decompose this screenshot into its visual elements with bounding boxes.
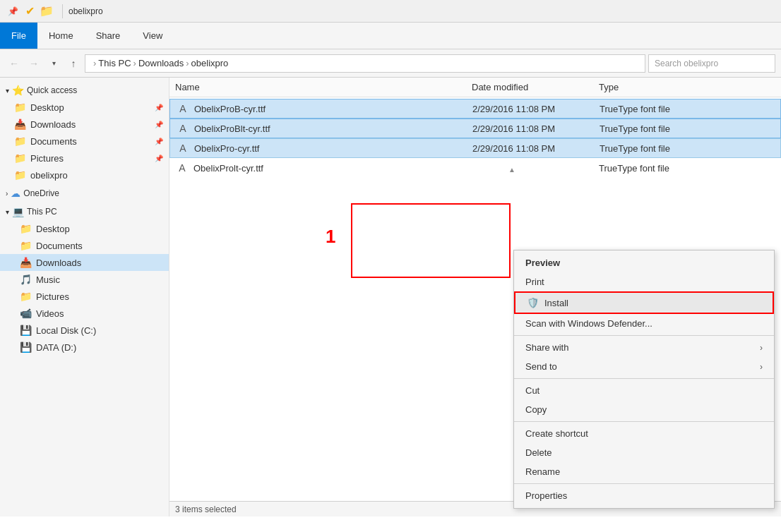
file-row-4[interactable]: A ObelixProlt-cyr.ttf TrueType font file bbox=[169, 158, 781, 178]
ctx-cut[interactable]: Cut bbox=[514, 381, 774, 400]
sidebar-label: Downloads bbox=[30, 119, 76, 130]
ctx-print-label: Print bbox=[525, 277, 544, 287]
sidebar-label: obelixpro bbox=[30, 170, 68, 181]
step1-red-box bbox=[351, 203, 511, 278]
ctx-divider2 bbox=[514, 378, 774, 379]
chevron-right-icon: › bbox=[6, 190, 8, 198]
sidebar-item-documents-pc[interactable]: 📁 Documents bbox=[0, 237, 169, 254]
tab-share[interactable]: Share bbox=[85, 23, 132, 49]
folder-icon7: 📁 bbox=[20, 291, 32, 302]
chevron-down-icon2: ▾ bbox=[6, 208, 9, 216]
file-list: A ObelixProB-cyr.ttf 2/29/2016 11:08 PM … bbox=[169, 97, 781, 179]
file-name-3: ObelixPro-cyr.ttf bbox=[194, 143, 472, 154]
folder-icon6: 📁 bbox=[20, 240, 32, 251]
pin-icon-small4: 📌 bbox=[155, 155, 163, 162]
sidebar-item-pictures-qa[interactable]: 📁 Pictures 📌 bbox=[0, 150, 169, 167]
ctx-sendto-label: Send to bbox=[525, 361, 557, 372]
file-name-2: ObelixProBlt-cyr.ttf bbox=[194, 123, 472, 134]
sidebar-item-data-pc[interactable]: 💾 DATA (D:) bbox=[0, 339, 169, 356]
ctx-print[interactable]: Print bbox=[514, 272, 774, 291]
shield-icon: 🛡️ bbox=[527, 297, 539, 308]
sidebar-label: Local Disk (C:) bbox=[36, 325, 96, 336]
ctx-rename[interactable]: Rename bbox=[514, 462, 774, 481]
file-name-4: ObelixProlt-cyr.ttf bbox=[193, 163, 472, 174]
path-arrow: › bbox=[93, 58, 96, 68]
star-icon: ⭐ bbox=[12, 85, 24, 96]
sidebar-item-desktop-pc[interactable]: 📁 Desktop bbox=[0, 220, 169, 237]
pin-icon-small2: 📌 bbox=[155, 121, 163, 128]
pin-icon-small: 📌 bbox=[155, 104, 163, 111]
sidebar-item-downloads-pc[interactable]: 📥 Downloads bbox=[0, 254, 169, 271]
file-row-3[interactable]: A ObelixPro-cyr.ttf 2/29/2016 11:08 PM T… bbox=[169, 138, 781, 158]
ctx-scan[interactable]: Scan with Windows Defender... bbox=[514, 314, 774, 333]
col-type-header[interactable]: Type bbox=[599, 82, 775, 92]
ctx-createshortcut[interactable]: Create shortcut bbox=[514, 424, 774, 443]
ctx-preview[interactable]: Preview bbox=[514, 253, 774, 272]
ctx-copy[interactable]: Copy bbox=[514, 400, 774, 419]
file-type-4: TrueType font file bbox=[599, 163, 775, 174]
ctx-createshortcut-label: Create shortcut bbox=[525, 428, 588, 439]
hdd-icon: 💾 bbox=[20, 325, 32, 336]
folder-icon4: 📁 bbox=[14, 169, 26, 181]
submenu-arrow2: › bbox=[760, 362, 763, 372]
ctx-install[interactable]: 🛡️ Install bbox=[515, 293, 773, 313]
file-row-1[interactable]: A ObelixProB-cyr.ttf 2/29/2016 11:08 PM … bbox=[169, 99, 781, 119]
back-button[interactable]: ← bbox=[6, 55, 23, 72]
download-folder-icon: 📥 bbox=[14, 119, 26, 130]
onedrive-header[interactable]: › ☁ OneDrive bbox=[0, 183, 169, 202]
tab-home[interactable]: Home bbox=[37, 23, 85, 49]
folder-icon2: 📁 bbox=[14, 135, 26, 147]
ctx-preview-label: Preview bbox=[525, 258, 560, 268]
path-sep2: › bbox=[186, 58, 189, 68]
ctx-sendto[interactable]: Send to › bbox=[514, 357, 774, 376]
col-name-header[interactable]: Name bbox=[175, 82, 472, 92]
up-button[interactable]: ↑ bbox=[65, 55, 82, 72]
sidebar-item-music-pc[interactable]: 🎵 Music bbox=[0, 271, 169, 288]
sidebar-label: Pictures bbox=[30, 153, 64, 164]
file-date-2: 2/29/2016 11:08 PM bbox=[472, 123, 600, 134]
folder-icon-titlebar[interactable]: 📁 bbox=[40, 4, 54, 18]
path-thispc[interactable]: This PC bbox=[98, 58, 131, 68]
title-bar: 📌 ✔ 📁 obelixpro bbox=[0, 0, 781, 23]
ctx-install-box: 🛡️ Install bbox=[514, 291, 774, 314]
column-headers: Name Date modified Type bbox=[169, 78, 781, 97]
file-type-2: TrueType font file bbox=[600, 123, 775, 134]
scroll-indicator: ▲ bbox=[508, 166, 515, 174]
chevron-down-icon: ▾ bbox=[6, 87, 9, 95]
sidebar-item-obelixpro-qa[interactable]: 📁 obelixpro bbox=[0, 167, 169, 183]
file-date-3: 2/29/2016 11:08 PM bbox=[472, 143, 600, 154]
quick-access-header[interactable]: ▾ ⭐ Quick access bbox=[0, 80, 169, 99]
main-layout: ▾ ⭐ Quick access 📁 Desktop 📌 📥 Downloads… bbox=[0, 78, 781, 516]
sidebar-item-localdisk-pc[interactable]: 💾 Local Disk (C:) bbox=[0, 322, 169, 339]
ribbon: File Home Share View bbox=[0, 23, 781, 49]
file-row-2[interactable]: A ObelixProBlt-cyr.ttf 2/29/2016 11:08 P… bbox=[169, 119, 781, 138]
pin-icon[interactable]: 📌 bbox=[6, 4, 20, 18]
pc-icon: 💻 bbox=[12, 206, 24, 217]
video-icon: 📹 bbox=[20, 308, 32, 319]
path-sep1: › bbox=[133, 58, 136, 68]
thispc-header[interactable]: ▾ 💻 This PC bbox=[0, 202, 169, 220]
ctx-delete[interactable]: Delete bbox=[514, 443, 774, 462]
check-icon[interactable]: ✔ bbox=[23, 4, 37, 18]
search-box[interactable]: Search obelixpro bbox=[648, 54, 775, 73]
sidebar-item-pictures-pc[interactable]: 📁 Pictures bbox=[0, 288, 169, 305]
ctx-properties[interactable]: Properties bbox=[514, 486, 774, 505]
sidebar-label: DATA (D:) bbox=[36, 342, 76, 353]
sidebar-item-videos-pc[interactable]: 📹 Videos bbox=[0, 305, 169, 322]
path-obelixpro[interactable]: obelixpro bbox=[191, 58, 229, 68]
tab-file[interactable]: File bbox=[0, 23, 37, 49]
tab-view[interactable]: View bbox=[131, 23, 174, 49]
dropdown-button[interactable]: ▾ bbox=[45, 55, 62, 72]
path-downloads[interactable]: Downloads bbox=[138, 58, 184, 68]
sidebar-item-downloads-qa[interactable]: 📥 Downloads 📌 bbox=[0, 116, 169, 133]
sidebar-item-desktop-qa[interactable]: 📁 Desktop 📌 bbox=[0, 99, 169, 116]
forward-button[interactable]: → bbox=[25, 55, 42, 72]
window-title: obelixpro bbox=[68, 6, 103, 16]
address-path[interactable]: › This PC › Downloads › obelixpro bbox=[85, 54, 645, 73]
ctx-divider1 bbox=[514, 335, 774, 336]
sidebar-item-documents-qa[interactable]: 📁 Documents 📌 bbox=[0, 133, 169, 150]
ctx-share[interactable]: Share with › bbox=[514, 338, 774, 357]
ctx-divider4 bbox=[514, 483, 774, 484]
ctx-install-label: Install bbox=[544, 298, 568, 308]
col-date-header[interactable]: Date modified bbox=[472, 82, 599, 92]
